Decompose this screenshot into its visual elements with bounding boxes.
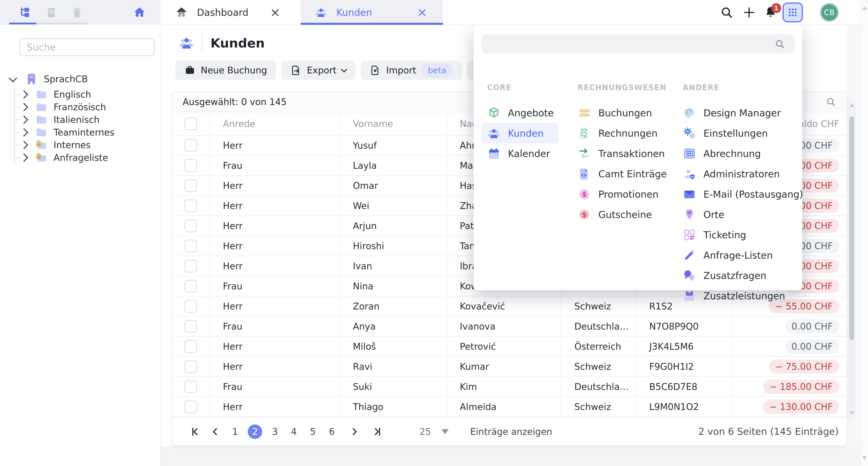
search-icon[interactable] xyxy=(774,38,785,50)
scroll-down-arrow[interactable] xyxy=(862,456,867,460)
row-checkbox[interactable] xyxy=(184,380,197,393)
page-1-button[interactable]: 1 xyxy=(229,425,241,439)
tree-icon[interactable] xyxy=(18,6,31,19)
page-4-button[interactable]: 4 xyxy=(287,425,300,439)
tree-root-label: SprachCB xyxy=(44,74,88,84)
tree-item-englisch[interactable]: Englisch xyxy=(21,88,91,101)
chevron-right-icon[interactable] xyxy=(20,154,28,162)
neue-buchung-button[interactable]: Neue Buchung xyxy=(176,61,276,80)
home-icon[interactable] xyxy=(133,6,146,19)
avatar[interactable]: CB xyxy=(820,3,839,22)
close-icon[interactable]: × xyxy=(417,6,427,19)
tree-item-italienisch[interactable]: Italienisch xyxy=(21,113,99,126)
launcher-search-input[interactable] xyxy=(482,34,795,54)
launcher-item-e-mail-postausgang-[interactable]: E-Mail (Postausgang) xyxy=(677,184,795,204)
launcher-item-camt-eintr-ge[interactable]: Camt Einträge xyxy=(572,164,667,184)
row-checkbox[interactable] xyxy=(184,260,197,272)
scroll-up-arrow[interactable] xyxy=(862,6,867,10)
row-checkbox[interactable] xyxy=(184,320,197,333)
launcher-item-abrechnung[interactable]: Abrechnung xyxy=(677,143,795,164)
page-6-button[interactable]: 6 xyxy=(326,425,338,439)
table-row[interactable]: Frau Suki Kim Deutschla… B5C6D7E8 − 185.… xyxy=(172,377,847,397)
plus-icon[interactable] xyxy=(742,5,756,20)
row-checkbox[interactable] xyxy=(184,199,197,212)
chevron-down-icon xyxy=(341,66,347,72)
cell-vorname: Suki xyxy=(340,377,447,396)
last-page-button[interactable] xyxy=(371,426,382,437)
launcher-item-transaktionen[interactable]: Transaktionen xyxy=(572,143,667,164)
first-page-button[interactable] xyxy=(190,426,202,437)
trash-icon[interactable] xyxy=(70,6,84,19)
launcher-item-einstellungen[interactable]: Einstellungen xyxy=(677,123,795,143)
row-checkbox[interactable] xyxy=(184,300,197,312)
import-button[interactable]: Importbeta xyxy=(361,61,462,80)
app-launcher-button[interactable] xyxy=(782,2,803,22)
page-5-button[interactable]: 5 xyxy=(307,425,319,439)
launcher-item-zusatzleistungen[interactable]: Zusatzleistungen xyxy=(677,286,795,306)
launcher-item-promotionen[interactable]: $ Promotionen xyxy=(572,184,667,204)
chevron-right-icon[interactable] xyxy=(20,128,28,137)
table-row[interactable]: Herr Miloš Petrović Österreich J3K4L5M6 … xyxy=(172,337,847,357)
sidebar-search-input[interactable] xyxy=(19,38,155,56)
search-icon[interactable] xyxy=(720,5,734,20)
launcher-item-rechnungen[interactable]: Rechnungen xyxy=(572,123,667,143)
row-checkbox[interactable] xyxy=(184,159,197,172)
archive-icon[interactable] xyxy=(45,6,58,19)
page-2-button[interactable]: 2 xyxy=(248,425,262,439)
launcher-item-angebote[interactable]: Angebote xyxy=(482,103,558,123)
tab-dashboard[interactable]: Dashboard × xyxy=(165,0,296,25)
row-checkbox[interactable] xyxy=(184,220,197,232)
chevron-right-icon[interactable] xyxy=(20,141,28,149)
prev-page-button[interactable] xyxy=(209,426,221,437)
tree-item-label: Französisch xyxy=(54,102,106,112)
cell-anrede: Herr xyxy=(210,136,340,155)
tree-item-französisch[interactable]: Französisch xyxy=(21,101,106,113)
launcher-item-label: Camt Einträge xyxy=(598,168,667,179)
table-search-icon[interactable] xyxy=(826,96,836,107)
row-checkbox[interactable] xyxy=(184,240,197,252)
launcher-item-design-manager[interactable]: Design Manager xyxy=(677,103,795,123)
row-checkbox[interactable] xyxy=(184,139,197,152)
tree-item-internes[interactable]: Internes xyxy=(21,139,91,151)
launcher-item-zusatzfragen[interactable]: Zusatzfragen xyxy=(677,265,795,286)
scroll-down-arrow[interactable] xyxy=(849,411,854,415)
export-button[interactable]: Export xyxy=(281,61,355,80)
tree-item-teaminternes[interactable]: Teaminternes xyxy=(21,126,114,139)
row-checkbox[interactable] xyxy=(184,360,197,373)
folder-icon xyxy=(35,101,48,113)
launcher-item-buchungen[interactable]: Buchungen xyxy=(572,103,667,123)
content-scrollbar[interactable] xyxy=(848,101,855,418)
tree-item-anfrageliste[interactable]: Anfrageliste xyxy=(21,151,108,164)
launcher-item-ticketing[interactable]: Ticketing xyxy=(677,225,795,245)
launcher-item-orte[interactable]: Orte xyxy=(677,204,795,225)
table-row[interactable]: Frau Anya Ivanova Deutschla… N7O8P9Q0 0.… xyxy=(172,317,847,337)
launcher-item-kunden[interactable]: Kunden xyxy=(482,123,558,143)
scroll-up-arrow[interactable] xyxy=(849,104,854,107)
launcher-item-label: Kalender xyxy=(508,148,550,159)
tree-root-sprachcb[interactable]: SprachCB xyxy=(10,73,88,86)
launcher-item-kalender[interactable]: Kalender xyxy=(482,143,558,164)
table-row[interactable]: Herr Thiago Almeida Schweiz L9M0N1O2 − 1… xyxy=(172,397,847,417)
close-icon[interactable]: × xyxy=(270,6,280,19)
page-size-select[interactable]: 25 xyxy=(420,427,449,437)
row-checkbox[interactable] xyxy=(184,179,197,192)
launcher-item-administratoren[interactable]: Administratoren xyxy=(677,164,795,184)
row-checkbox[interactable] xyxy=(184,340,197,353)
sidebar-toolbar xyxy=(0,0,160,25)
launcher-item-gutscheine[interactable]: $ Gutscheine xyxy=(572,204,667,225)
chevron-right-icon[interactable] xyxy=(20,90,28,99)
row-checkbox[interactable] xyxy=(184,280,197,293)
page-scrollbar[interactable] xyxy=(860,0,868,466)
chevron-right-icon[interactable] xyxy=(20,103,28,111)
launcher-item-anfrage-listen[interactable]: Anfrage-Listen xyxy=(677,245,795,265)
row-checkbox[interactable] xyxy=(184,400,197,413)
next-page-button[interactable] xyxy=(348,426,360,437)
select-all-checkbox[interactable] xyxy=(184,118,197,130)
chevron-right-icon[interactable] xyxy=(20,115,28,124)
scrollbar-thumb[interactable] xyxy=(849,116,854,340)
table-row[interactable]: Herr Ravi Kumar Schweiz F9G0H1I2 − 75.00… xyxy=(172,357,847,377)
chevron-down-icon[interactable] xyxy=(9,74,17,82)
page-3-button[interactable]: 3 xyxy=(269,425,281,439)
cell-anrede: Frau xyxy=(210,377,340,396)
tab-kunden[interactable]: Kunden × xyxy=(301,0,443,25)
